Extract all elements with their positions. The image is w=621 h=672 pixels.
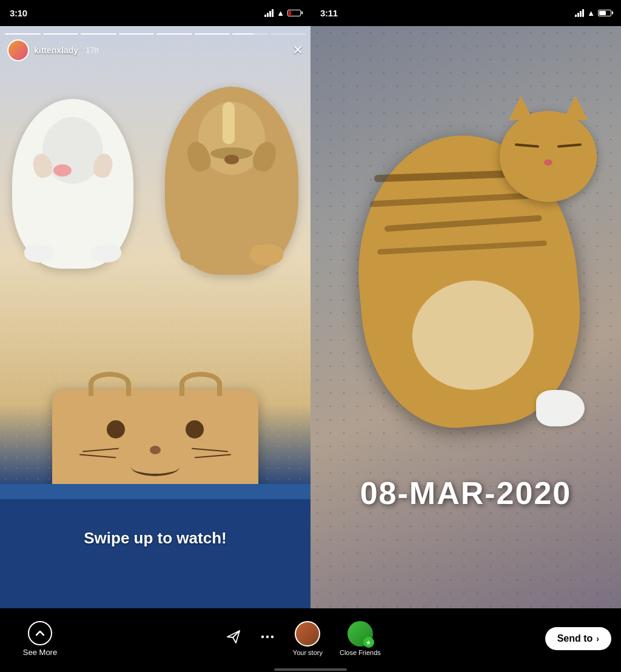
close-friends-button[interactable]: ★ Close Friends xyxy=(340,621,381,656)
cat-ear-left xyxy=(509,96,533,120)
puppy-white-paw-right xyxy=(91,244,121,263)
story-left[interactable]: kittenxlady 17h ✕ Swipe up to watch! xyxy=(0,26,310,608)
cat-nose xyxy=(544,160,552,166)
svg-point-2 xyxy=(266,636,269,638)
blue-stripe-accent xyxy=(0,484,310,499)
progress-bar-3 xyxy=(81,33,116,35)
story-progress-left xyxy=(5,33,306,35)
story-right[interactable]: 08-MAR-2020 ✕ ⬇ 😊 😎 Aa xyxy=(310,26,621,608)
send-to-label: Send to xyxy=(557,633,593,644)
cat-paw xyxy=(536,390,585,426)
puppy-brown xyxy=(165,87,298,275)
date-text: 08-MAR-2020 xyxy=(310,475,621,511)
bag-whisker-r2 xyxy=(195,454,231,458)
puppy-white-paw-left xyxy=(24,244,55,263)
cat-stripe-3 xyxy=(384,215,542,232)
puppy-brown-paw-left xyxy=(180,244,213,266)
bottom-center: Your story ★ Close Friends xyxy=(70,621,535,656)
puppy-brown-stripe xyxy=(223,102,235,144)
see-more-circle xyxy=(28,621,52,645)
see-more-button[interactable]: See More xyxy=(10,621,70,657)
bag-handle-left xyxy=(89,372,131,396)
stories-container: kittenxlady 17h ✕ Swipe up to watch! xyxy=(0,26,621,608)
your-story-button[interactable]: Your story xyxy=(293,621,323,656)
signal-icon-right xyxy=(575,8,584,17)
svg-point-3 xyxy=(271,636,274,638)
cat-belly xyxy=(408,275,538,395)
progress-bar-8 xyxy=(270,33,306,35)
status-bar-left: 3:10 ▲ xyxy=(0,8,310,18)
close-friends-label: Close Friends xyxy=(340,649,381,656)
wifi-icon-right: ▲ xyxy=(587,8,595,18)
progress-bar-2 xyxy=(43,33,79,35)
swipe-up-text: Swipe up to watch! xyxy=(0,529,310,548)
status-time-right: 3:11 xyxy=(320,8,338,18)
status-bar-right: 3:11 ▲ xyxy=(310,8,621,18)
chevron-right-icon: › xyxy=(596,634,599,643)
your-story-label: Your story xyxy=(293,649,323,656)
wifi-icon-left: ▲ xyxy=(277,8,284,18)
close-friends-avatar: ★ xyxy=(347,621,373,647)
direct-send-icon[interactable] xyxy=(225,628,242,649)
status-icons-left: ▲ xyxy=(264,8,301,18)
send-to-button[interactable]: Send to › xyxy=(545,627,611,650)
cat-eye-left-closed xyxy=(515,143,539,147)
bag-whisker-l1 xyxy=(82,448,119,452)
status-bar: 3:10 ▲ 3:11 ▲ xyxy=(0,0,621,26)
bag-eye-right xyxy=(186,420,204,438)
story-time: 17h xyxy=(86,45,99,55)
cat-head xyxy=(500,111,597,202)
cat-eye-right-closed xyxy=(557,143,582,147)
progress-bar-4 xyxy=(119,33,155,35)
progress-bar-1 xyxy=(5,33,41,35)
bag-nose xyxy=(150,446,161,454)
battery-icon-left xyxy=(287,10,301,16)
battery-fill-right xyxy=(599,11,606,15)
puppy-brown-paw-right xyxy=(250,244,283,266)
battery-icon-right xyxy=(598,10,611,16)
status-icons-right: ▲ xyxy=(575,8,611,18)
blue-floor xyxy=(0,499,310,608)
svg-point-1 xyxy=(261,636,264,638)
progress-bar-7 xyxy=(232,33,268,35)
bag-eye-left xyxy=(107,420,125,438)
story-username: kittenxlady xyxy=(34,45,78,55)
story-text-container: Swipe up to watch! xyxy=(0,529,310,548)
close-friends-star-icon: ★ xyxy=(363,637,374,648)
bag-whisker-r1 xyxy=(192,448,228,452)
bag-whisker-l2 xyxy=(79,454,116,458)
battery-fill-left xyxy=(289,11,291,15)
story-header-left: kittenxlady 17h ✕ xyxy=(7,39,303,61)
signal-icon-left xyxy=(264,8,274,17)
chevron-up-icon xyxy=(35,628,45,639)
home-indicator xyxy=(0,670,621,672)
progress-bar-6 xyxy=(195,33,230,35)
bag-smile xyxy=(131,458,180,476)
cat-stripe-4 xyxy=(377,240,547,255)
bag-handle-right xyxy=(180,372,222,396)
puppy-white-nose xyxy=(53,164,72,176)
status-time-left: 3:10 xyxy=(10,8,27,18)
story-avatar-left xyxy=(7,39,29,61)
your-story-avatar xyxy=(295,621,320,647)
bottom-bar: See More Your story ★ Close Friends xyxy=(0,608,621,670)
send-icon xyxy=(225,628,242,645)
puppy-white xyxy=(12,99,133,269)
see-more-label: See More xyxy=(23,648,57,657)
home-bar xyxy=(274,668,347,671)
cat-stripe-2 xyxy=(370,192,546,207)
cat-ear-right xyxy=(563,96,588,120)
story-close-left[interactable]: ✕ xyxy=(292,42,303,58)
more-options-icon[interactable] xyxy=(259,628,276,649)
puppy-brown-nose xyxy=(224,155,239,164)
progress-bar-5 xyxy=(156,33,192,35)
